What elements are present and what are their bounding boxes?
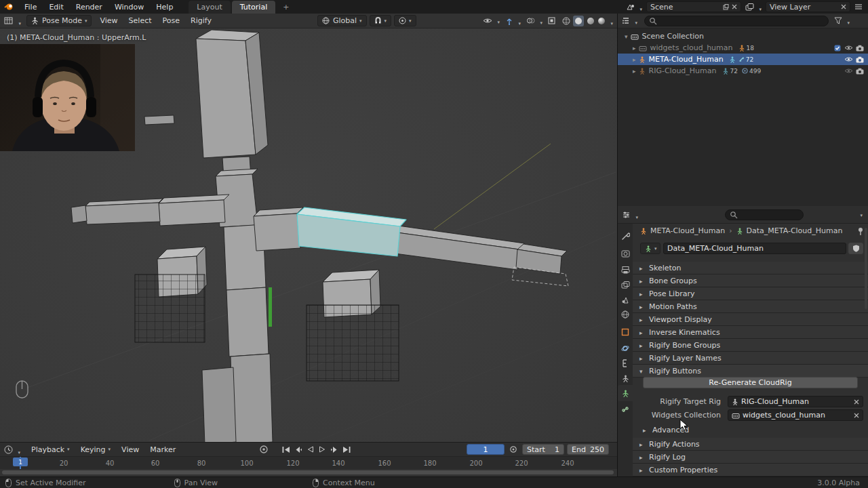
panel-skeleton[interactable]: Skeleton (633, 262, 868, 274)
transform-orientation-selector[interactable]: Global (317, 15, 367, 26)
tab-output[interactable] (618, 262, 633, 278)
outliner-row-meta-cloud-human[interactable]: META-Cloud_Human 72 (618, 54, 868, 65)
scene-selector[interactable]: Scene (646, 1, 741, 12)
timeline-horizontal-scrollbar[interactable] (2, 470, 614, 474)
end-frame-field[interactable]: End 250 (567, 444, 609, 455)
widgets-collection-field[interactable]: widgets_cloud_human (728, 409, 863, 421)
tab-physics[interactable] (618, 340, 633, 357)
panel-viewport-display[interactable]: Viewport Display (633, 313, 868, 326)
panel-rigify-bone-groups[interactable]: Rigify Bone Groups (633, 339, 868, 352)
gizmos-toggle-icon[interactable] (505, 17, 521, 25)
tab-view-layer[interactable] (618, 277, 633, 293)
tab-object-data[interactable] (618, 370, 633, 386)
menu-file[interactable]: File (18, 0, 43, 14)
panel-rigify-layer-names[interactable]: Rigify Layer Names (633, 352, 868, 365)
start-frame-field[interactable]: Start 1 (522, 444, 564, 455)
selected-bone-upperarm[interactable] (297, 207, 406, 256)
tab-object[interactable] (618, 324, 633, 340)
blender-logo-icon[interactable] (4, 3, 14, 11)
remove-view-layer-icon[interactable] (841, 4, 846, 9)
panel-inverse-kinematics[interactable]: Inverse Kinematics (633, 326, 868, 339)
xray-toggle-icon[interactable] (548, 17, 555, 24)
add-workspace-button[interactable]: + (277, 0, 295, 14)
clear-icon[interactable] (854, 399, 859, 405)
timeline-track-area[interactable] (0, 469, 617, 476)
auto-keying-icon[interactable] (259, 445, 269, 454)
play-reverse-icon[interactable] (307, 446, 314, 453)
view-layer-selector[interactable]: View Layer (766, 1, 850, 12)
proportional-editing-button[interactable] (394, 15, 416, 26)
panel-pose-library[interactable]: Pose Library (633, 287, 868, 300)
target-rig-field[interactable]: RIG-Cloud_Human (728, 396, 863, 407)
scene-browse-icon[interactable] (626, 3, 642, 11)
play-icon[interactable] (319, 446, 326, 453)
outliner-row-scene-collection[interactable]: Scene Collection (618, 30, 868, 42)
jump-to-start-icon[interactable] (282, 447, 290, 453)
timeline-ruler[interactable]: 20 40 60 80 100 120 140 160 180 200 220 … (0, 457, 617, 469)
shading-solid-icon[interactable] (573, 16, 584, 26)
workspace-tab-layout[interactable]: Layout (189, 1, 230, 14)
previous-keyframe-icon[interactable] (295, 447, 302, 453)
next-keyframe-icon[interactable] (330, 447, 338, 453)
id-browse-button[interactable] (640, 243, 660, 254)
panel-bone-groups[interactable]: Bone Groups (633, 274, 868, 287)
hide-eye-icon[interactable] (844, 45, 853, 51)
jump-to-end-icon[interactable] (342, 447, 351, 453)
panel-custom-properties[interactable]: Custom Properties (633, 464, 868, 476)
panel-motion-paths[interactable]: Motion Paths (633, 300, 868, 313)
new-scene-icon[interactable] (723, 4, 729, 10)
timeline-menu-keying[interactable]: Keying (75, 442, 116, 457)
hide-eye-icon[interactable] (844, 68, 853, 74)
timeline-menu-marker[interactable]: Marker (144, 442, 181, 457)
editor-type-timeline-icon[interactable] (4, 445, 20, 454)
playhead-handle[interactable]: 1 (13, 458, 28, 466)
expand-caret-icon[interactable] (633, 55, 639, 64)
tab-tool[interactable] (618, 228, 633, 244)
editor-type-3d-viewport-icon[interactable] (4, 16, 21, 25)
disable-render-camera-icon[interactable] (856, 56, 864, 63)
id-name-field[interactable]: Data_META-Cloud_Human (663, 243, 846, 254)
tab-constraints[interactable] (618, 355, 633, 371)
keying-set-icon[interactable] (509, 445, 517, 453)
tab-scene[interactable] (618, 291, 633, 308)
tab-armature-data-active[interactable] (618, 385, 633, 401)
tab-world[interactable] (618, 306, 633, 323)
unlink-scene-icon[interactable] (732, 4, 737, 9)
outliner-search-input[interactable] (644, 16, 829, 26)
menu-window[interactable]: Window (108, 0, 150, 14)
timeline-menu-view[interactable]: View (116, 442, 144, 457)
expand-caret-icon[interactable] (633, 66, 639, 75)
editor-type-properties-icon[interactable] (622, 211, 638, 219)
breadcrumb-data[interactable]: Data_META-Cloud_Human (747, 226, 843, 235)
editor-divider[interactable] (617, 14, 618, 476)
panel-rigify-buttons[interactable]: Rigify Buttons (633, 365, 868, 378)
properties-search-input[interactable] (725, 209, 804, 220)
menu-render[interactable]: Render (70, 0, 108, 14)
filter-icon[interactable] (834, 17, 850, 24)
mode-selector[interactable]: Pose Mode (26, 15, 92, 26)
pin-icon[interactable] (857, 227, 864, 235)
expand-caret-icon[interactable] (633, 43, 639, 52)
viewport-menu-pose[interactable]: Pose (157, 14, 185, 28)
view-layer-browse-icon[interactable] (745, 3, 762, 11)
regenerate-cloudrig-button[interactable]: Re-Generate CloudRig (643, 377, 858, 388)
menu-edit[interactable]: Edit (43, 0, 69, 14)
current-frame-field[interactable]: 1 (467, 444, 505, 455)
shading-material-icon[interactable] (587, 17, 595, 25)
fake-user-shield-button[interactable] (848, 243, 863, 254)
object-visibility-icon[interactable] (483, 18, 500, 24)
green-bone-line[interactable] (269, 287, 272, 327)
snapping-button[interactable] (370, 15, 392, 26)
topbar-options-icon[interactable] (854, 3, 863, 10)
3d-viewport[interactable]: (1) META-Cloud_Human : UpperArm.L (0, 28, 617, 442)
timeline-menu-playback[interactable]: Playback (26, 442, 75, 457)
shading-rendered-icon[interactable] (597, 17, 613, 25)
workspace-tab-tutorial[interactable]: Tutorial (232, 1, 275, 14)
panel-rigify-log[interactable]: Rigify Log (633, 451, 868, 464)
clear-icon[interactable] (854, 413, 859, 418)
hide-eye-icon[interactable] (844, 56, 853, 62)
shading-wireframe-icon[interactable] (562, 17, 570, 25)
exclude-checkbox-icon[interactable] (834, 45, 841, 52)
properties-scrollbar[interactable] (865, 228, 867, 309)
outliner-row-rig-cloud-human[interactable]: RIG-Cloud_Human 72 499 (618, 65, 868, 77)
